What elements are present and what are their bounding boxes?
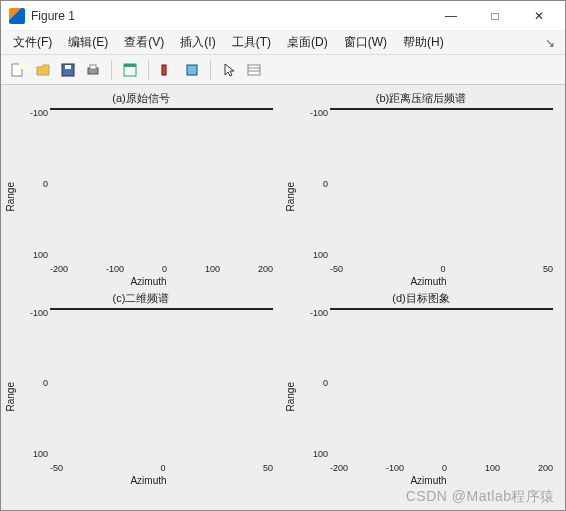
menu-edit[interactable]: 编辑(E): [60, 32, 116, 53]
new-figure-icon: [10, 62, 26, 78]
toolbar: [1, 55, 565, 85]
subplot-b-ylabel: Range: [283, 108, 298, 287]
minimize-icon: —: [445, 9, 457, 23]
dock-button[interactable]: [119, 59, 141, 81]
menu-view[interactable]: 查看(V): [116, 32, 172, 53]
colorbar-icon: [184, 62, 200, 78]
figure-canvas: (a)原始信号 Range -1000100 -2: [1, 85, 565, 510]
subplot-b: (b)距离压缩后频谱 Range -1000100 -50050: [283, 91, 559, 287]
subplot-c-yticks: -1000100: [20, 308, 48, 460]
subplot-a-xticks: -200-1000100200: [50, 264, 273, 274]
open-icon: [35, 62, 51, 78]
close-button[interactable]: ✕: [517, 2, 561, 30]
cursor-button[interactable]: [218, 59, 240, 81]
subplot-b-yticks: -1000100: [300, 108, 328, 260]
title-bar: Figure 1 — □ ✕: [1, 1, 565, 31]
open-button[interactable]: [32, 59, 54, 81]
menu-insert[interactable]: 插入(I): [172, 32, 223, 53]
minimize-button[interactable]: —: [429, 2, 473, 30]
subplot-d: (d)目标图象 Range: [283, 291, 559, 487]
subplot-c-axes[interactable]: [50, 308, 273, 310]
cursor-icon: [221, 62, 237, 78]
subplot-a-yticks: -1000100: [20, 108, 48, 260]
subplot-d-yticks: -1000100: [300, 308, 328, 460]
plot-tools-button[interactable]: [156, 59, 178, 81]
property-editor-button[interactable]: [243, 59, 265, 81]
menu-tools[interactable]: 工具(T): [224, 32, 279, 53]
subplot-b-xlabel: Azimuth: [298, 276, 559, 287]
subplot-c-xlabel: Azimuth: [18, 475, 279, 486]
svg-rect-9: [187, 65, 197, 75]
subplot-d-xlabel: Azimuth: [298, 475, 559, 486]
svg-rect-10: [248, 65, 260, 75]
subplot-d-title: (d)目标图象: [392, 291, 449, 306]
subplot-a-axes[interactable]: [50, 108, 273, 110]
subplot-a-xlabel: Azimuth: [18, 276, 279, 287]
subplot-b-axes[interactable]: [330, 108, 553, 110]
svg-rect-5: [90, 65, 96, 69]
subplot-b-xticks: -50050: [330, 264, 553, 274]
menu-file[interactable]: 文件(F): [5, 32, 60, 53]
subplot-d-axes[interactable]: [330, 308, 553, 310]
maximize-button[interactable]: □: [473, 2, 517, 30]
subplot-d-ylabel: Range: [283, 308, 298, 487]
toolbar-separator: [210, 60, 211, 80]
subplot-a-ylabel: Range: [3, 108, 18, 287]
maximize-icon: □: [491, 9, 498, 23]
save-icon: [60, 62, 76, 78]
menu-bar: 文件(F) 编辑(E) 查看(V) 插入(I) 工具(T) 桌面(D) 窗口(W…: [1, 31, 565, 55]
plot-tools-icon: [159, 62, 175, 78]
watermark: CSDN @Matlab程序猿: [406, 488, 555, 506]
svg-rect-3: [65, 65, 71, 69]
close-icon: ✕: [534, 9, 544, 23]
matlab-figure-icon: [9, 8, 25, 24]
subplot-a-title: (a)原始信号: [112, 91, 169, 106]
svg-rect-7: [124, 64, 136, 67]
dock-icon: [122, 62, 138, 78]
svg-rect-1: [19, 63, 25, 69]
menu-help[interactable]: 帮助(H): [395, 32, 452, 53]
subplot-c-ylabel: Range: [3, 308, 18, 487]
toolbar-separator: [148, 60, 149, 80]
toolbar-separator: [111, 60, 112, 80]
colorbar-button[interactable]: [181, 59, 203, 81]
menu-overflow-icon[interactable]: ↘: [539, 34, 561, 52]
print-icon: [85, 62, 101, 78]
subplot-b-title: (b)距离压缩后频谱: [376, 91, 466, 106]
window-title: Figure 1: [31, 9, 429, 23]
save-button[interactable]: [57, 59, 79, 81]
subplot-c-title: (c)二维频谱: [113, 291, 170, 306]
subplot-c-xticks: -50050: [50, 463, 273, 473]
new-figure-button[interactable]: [7, 59, 29, 81]
print-button[interactable]: [82, 59, 104, 81]
svg-rect-8: [162, 65, 166, 75]
menu-desktop[interactable]: 桌面(D): [279, 32, 336, 53]
subplot-c: (c)二维频谱 Range -1000100 -50050: [3, 291, 279, 487]
subplot-a: (a)原始信号 Range -1000100 -2: [3, 91, 279, 287]
property-editor-icon: [246, 62, 262, 78]
figure-window: Figure 1 — □ ✕ 文件(F) 编辑(E) 查看(V) 插入(I) 工…: [0, 0, 566, 511]
menu-window[interactable]: 窗口(W): [336, 32, 395, 53]
subplot-d-xticks: -200-1000100200: [330, 463, 553, 473]
